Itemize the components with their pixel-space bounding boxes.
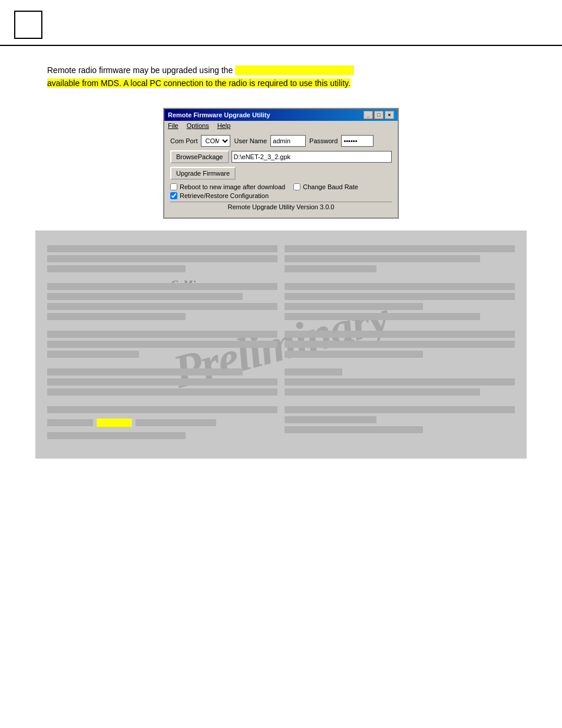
redacted-block bbox=[285, 255, 480, 262]
minimize-button[interactable]: _ bbox=[363, 111, 373, 119]
retrieve-restore-checkbox[interactable] bbox=[170, 192, 177, 199]
username-label: User Name bbox=[234, 137, 267, 144]
com-port-label: Com Port bbox=[170, 137, 197, 144]
redacted-block bbox=[285, 265, 376, 272]
redacted-block bbox=[285, 245, 515, 252]
redacted-block bbox=[47, 351, 139, 358]
dialog-titlebar: Remote Firmware Upgrade Utility _ □ × bbox=[164, 109, 398, 121]
redacted-block bbox=[47, 303, 277, 310]
redacted-block bbox=[285, 351, 423, 358]
bottom-whitespace bbox=[0, 465, 562, 582]
intro-text: Remote radio firmware may be upgraded us… bbox=[47, 64, 515, 90]
dialog-window: Remote Firmware Upgrade Utility _ □ × Fi… bbox=[163, 108, 399, 219]
redacted-section: Preliminary CoMi bbox=[35, 230, 527, 459]
intro-section: Remote radio firmware may be upgraded us… bbox=[0, 46, 562, 102]
titlebar-controls: _ □ × bbox=[363, 111, 394, 119]
menu-help[interactable]: Help bbox=[217, 122, 231, 129]
password-input[interactable] bbox=[341, 135, 373, 147]
redacted-block bbox=[285, 293, 515, 300]
redacted-content bbox=[47, 242, 515, 442]
redacted-block bbox=[285, 388, 480, 396]
dialog-title: Remote Firmware Upgrade Utility bbox=[168, 111, 270, 118]
intro-highlight bbox=[235, 65, 354, 75]
redacted-block bbox=[285, 426, 423, 433]
intro-text-after: available from MDS. A local PC connectio… bbox=[47, 78, 351, 88]
browse-row: BrowsePackage bbox=[170, 150, 392, 163]
redacted-block bbox=[47, 378, 277, 386]
menu-options[interactable]: Options bbox=[187, 122, 209, 129]
redacted-block bbox=[47, 388, 277, 396]
close-button[interactable]: × bbox=[385, 111, 394, 119]
dialog-wrapper: Remote Firmware Upgrade Utility _ □ × Fi… bbox=[0, 108, 562, 219]
top-bar bbox=[0, 0, 562, 46]
intro-text-before: Remote radio firmware may be upgraded us… bbox=[47, 65, 235, 75]
redacted-block bbox=[285, 416, 376, 423]
reboot-checkbox[interactable] bbox=[170, 183, 177, 190]
restore-button[interactable]: □ bbox=[374, 111, 384, 119]
password-label: Password bbox=[309, 137, 338, 144]
redacted-block bbox=[285, 341, 515, 348]
form-row-credentials: Com Port COM1 User Name Password bbox=[170, 135, 392, 147]
redacted-block bbox=[285, 313, 480, 320]
browse-package-button[interactable]: BrowsePackage bbox=[170, 150, 229, 163]
checkbox-row-2: Retrieve/Restore Configuration bbox=[170, 192, 392, 199]
redacted-block bbox=[47, 293, 243, 300]
redacted-block bbox=[47, 368, 243, 375]
dialog-body: Com Port COM1 User Name Password BrowseP… bbox=[164, 130, 398, 218]
redacted-block bbox=[285, 303, 423, 310]
baud-rate-label: Change Baud Rate bbox=[303, 183, 358, 190]
redacted-block bbox=[47, 255, 277, 262]
baud-rate-checkbox[interactable] bbox=[293, 183, 300, 190]
redacted-block bbox=[285, 331, 515, 338]
redacted-block bbox=[285, 406, 515, 413]
dialog-menubar: File Options Help bbox=[164, 121, 398, 130]
username-input[interactable] bbox=[270, 135, 306, 147]
logo-box bbox=[14, 11, 42, 39]
version-text: Remote Upgrade Utility Version 3.0.0 bbox=[228, 203, 335, 210]
com-port-select[interactable]: COM1 bbox=[201, 135, 230, 147]
redacted-block bbox=[47, 313, 186, 320]
redacted-block bbox=[135, 419, 216, 426]
redacted-block bbox=[47, 265, 186, 272]
retrieve-restore-label: Retrieve/Restore Configuration bbox=[180, 192, 269, 199]
menu-file[interactable]: File bbox=[168, 122, 178, 129]
checkbox-row-1: Reboot to new image after download Chang… bbox=[170, 183, 392, 190]
redacted-block bbox=[47, 432, 186, 439]
package-path-input[interactable] bbox=[232, 151, 392, 163]
upgrade-firmware-button[interactable]: Upgrade Firmware bbox=[170, 167, 236, 180]
redacted-block bbox=[47, 341, 277, 348]
redacted-block bbox=[47, 331, 277, 338]
redacted-block bbox=[47, 283, 277, 290]
redacted-block bbox=[285, 368, 342, 375]
redacted-block bbox=[47, 245, 277, 252]
redacted-block bbox=[285, 378, 515, 386]
redacted-block bbox=[285, 283, 515, 290]
reboot-label: Reboot to new image after download bbox=[180, 183, 285, 190]
version-status-bar: Remote Upgrade Utility Version 3.0.0 bbox=[170, 202, 392, 212]
upgrade-row: Upgrade Firmware bbox=[170, 167, 392, 180]
redacted-block bbox=[47, 406, 277, 413]
redacted-block bbox=[47, 419, 93, 426]
yellow-highlight bbox=[97, 419, 132, 427]
